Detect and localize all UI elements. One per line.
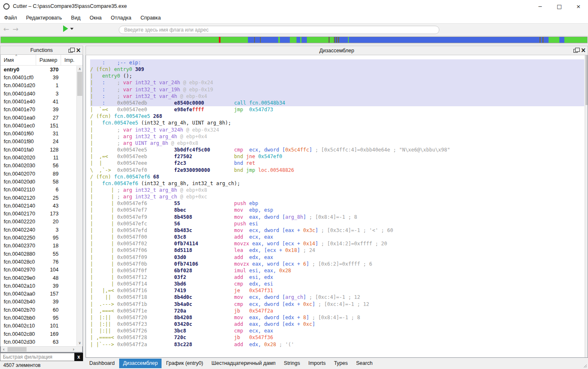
disassembly-line[interactable]: | 0x00547ee5 3b0dfc4f5c00 cmp ecx, dword…: [90, 147, 588, 153]
function-row[interactable]: fcn.0040203056: [0, 162, 83, 170]
function-row[interactable]: fcn.00402a1039: [0, 282, 83, 290]
function-row[interactable]: fcn.0040212025: [0, 194, 83, 202]
disassembly-line[interactable]: | | 0x00547f06 8d5118 lea edx, [ecx + 0x…: [90, 247, 588, 254]
disassembly-line[interactable]: | |:|| 0x00547f20 8b4208 mov eax, dword …: [90, 314, 588, 321]
tab-Types[interactable]: Types: [330, 359, 351, 368]
disassembly-line[interactable]: | | 0x00547ef7 8bec mov ebp, esp: [90, 207, 588, 213]
disassembly-line[interactable]: | ; var int32_t var_324h @ ebp-0x324: [90, 127, 588, 133]
function-row[interactable]: fcn.00401d201: [0, 82, 83, 90]
disassembly-line[interactable]: | | 0x00547f12 03f2 add esi, edx: [90, 274, 588, 281]
disassembly-line[interactable]: | `=< 0x00547ee0 e98efeffff jmp 0x547d73: [90, 106, 588, 113]
menu-item[interactable]: Редактировать: [26, 15, 62, 21]
function-row[interactable]: fcn.0040288055: [0, 250, 83, 258]
disassembly-line[interactable]: | ; arg UINT arg_8h @ ebp+0x8: [90, 140, 588, 147]
disassembly-line[interactable]: | ,====< 0x00547f28 720c jb 0x547f36: [90, 334, 588, 341]
function-row[interactable]: fcn.00402d3063: [0, 338, 83, 346]
menu-item[interactable]: Окна: [90, 15, 102, 21]
back-arrow-icon[interactable]: ←: [3, 25, 9, 33]
disassembly-line[interactable]: | |`---> 0x00547f2a 83c228 add edx, 0x28…: [90, 341, 588, 348]
disassembly-line[interactable]: | | ; arg int32_t arg_8h @ ebp+0x8: [90, 187, 588, 193]
disassembly-line[interactable]: | | 0x00547f00 03c8 add ecx, eax: [90, 234, 588, 240]
disassembly-line[interactable]: | | 0x00547ef9 8b4508 mov eax, dword [ar…: [90, 214, 588, 220]
forward-arrow-icon[interactable]: →: [12, 25, 18, 33]
scroll-down-icon[interactable]: ∨: [77, 340, 83, 346]
function-row[interactable]: fcn.00401fa0128: [0, 146, 83, 154]
function-row[interactable]: fcn.00401cf039: [0, 73, 83, 81]
function-row[interactable]: fcn.0040207089: [0, 170, 83, 178]
tab-График (entry0)[interactable]: График (entry0): [162, 359, 207, 368]
disassembly-line[interactable]: | entry0 ();: [90, 73, 584, 79]
disassembly-line[interactable]: | : ; var int32_t var_24h @ ebp-0x24: [90, 79, 584, 86]
function-row[interactable]: fcn.00401f8024: [0, 138, 83, 146]
function-row[interactable]: fcn.004020d058: [0, 178, 83, 186]
function-row[interactable]: fcn.00402bb095: [0, 314, 83, 322]
scrollbar-thumb[interactable]: [586, 55, 588, 105]
flag-address-search-input[interactable]: [119, 26, 439, 34]
resize-grip[interactable]: [583, 364, 587, 368]
tab-Dashboard[interactable]: Dashboard: [86, 359, 118, 368]
disassembly-line[interactable]: / (fcn) fcn.00547ef6 68: [90, 174, 588, 180]
disassembly-scrollbar[interactable]: [585, 55, 588, 357]
tab-Дизассемблер[interactable]: Дизассемблер: [119, 359, 162, 368]
disassembly-line[interactable]: : ;-- eip:: [90, 59, 584, 66]
function-row[interactable]: fcn.00402aa0157: [0, 290, 83, 298]
function-row[interactable]: fcn.00401e4041: [0, 98, 83, 105]
function-row[interactable]: fcn.004029e048: [0, 274, 83, 282]
column-size[interactable]: Размер: [36, 55, 61, 65]
disassembly-line[interactable]: | || 0x00547f18 8b4d0c mov ecx, dword [a…: [90, 294, 588, 301]
disassembly-line[interactable]: | | 0x00547f02 0fb74114 movzx eax, word …: [90, 240, 588, 247]
disassembly-line[interactable]: | ,=< 0x00547eeb f27502 bnd jne 0x547ef0: [90, 153, 588, 160]
close-icon[interactable]: ×: [76, 47, 81, 53]
tab-Strings[interactable]: Strings: [280, 359, 304, 368]
tab-Imports[interactable]: Imports: [304, 359, 329, 368]
disassembly-line[interactable]: | | ; arg int32_t arg_ch @ ebp+0xc: [90, 193, 588, 200]
disassembly-line[interactable]: | | 0x00547ef6 55 push ebp: [90, 200, 588, 207]
disassembly-line[interactable]: | | 0x00547eee f2c3 bnd ret: [90, 160, 588, 166]
disassembly-listing[interactable]: : ;-- eip:/ (fcn) entry0 309| entry0 ();…: [86, 55, 588, 348]
disassembly-line[interactable]: | .---> 0x00547f1b 3b4a0c cmp ecx, dword…: [90, 301, 588, 308]
function-row[interactable]: fcn.004021106: [0, 186, 83, 194]
disassembly-line[interactable]: | | 0x00547f0b 0fb74106 movzx eax, word …: [90, 261, 588, 267]
function-row[interactable]: fcn.0040202011: [0, 154, 83, 161]
debug-start-button[interactable]: [63, 25, 74, 32]
function-row[interactable]: fcn.0040214043: [0, 202, 83, 210]
tab-Search[interactable]: Search: [353, 359, 377, 368]
function-row[interactable]: fcn.00402b4039: [0, 298, 83, 306]
function-row[interactable]: fcn.00401d403: [0, 90, 83, 98]
close-button[interactable]: ×: [569, 0, 588, 12]
disassembly-line[interactable]: | : 0x00547edb e8540c0000 call fcn.00548…: [90, 100, 584, 106]
function-row[interactable]: fcn.00402170173: [0, 210, 83, 218]
function-row[interactable]: fcn.00402c10101: [0, 322, 83, 330]
function-row[interactable]: fcn.0040222020: [0, 218, 83, 226]
column-name[interactable]: ^ Имя: [0, 55, 36, 65]
menu-item[interactable]: Вид: [71, 15, 81, 21]
minimize-button[interactable]: −: [531, 0, 550, 12]
disassembly-line[interactable]: | | 0x00547efc 56 push esi: [90, 220, 588, 227]
scroll-up-icon[interactable]: ∧: [77, 66, 83, 72]
function-row[interactable]: entry0370: [0, 66, 83, 73]
function-row[interactable]: fcn.0040237018: [0, 242, 83, 250]
disassembly-line[interactable]: | |:|| 0x00547f23 03420c add eax, dword …: [90, 321, 588, 327]
function-row[interactable]: fcn.00402b7060: [0, 306, 83, 314]
memory-map-bar[interactable]: [0, 36, 588, 44]
disassembly-line[interactable]: | | 0x00547efd 8b483c mov ecx, dword [ea…: [90, 227, 588, 234]
function-row[interactable]: fcn.00401ec0151: [0, 122, 83, 130]
function-row[interactable]: fcn.0040225095: [0, 234, 83, 242]
function-row[interactable]: fcn.00402970104: [0, 266, 83, 274]
function-row[interactable]: fcn.00402c80169: [0, 330, 83, 338]
clear-filter-button[interactable]: x: [74, 353, 83, 361]
chevron-down-icon[interactable]: [70, 28, 74, 30]
function-row[interactable]: fcn.00401ea027: [0, 114, 83, 122]
maximize-button[interactable]: □: [550, 0, 569, 12]
disassembly-line[interactable]: \ ,`-> 0x00547ef0 f2e930090000 bnd jmp l…: [90, 167, 588, 174]
disassembly-line[interactable]: | fcn.00547ee5 (int32_t arg_4h, UINT arg…: [90, 120, 588, 126]
float-window-icon[interactable]: [573, 49, 578, 53]
functions-vertical-scrollbar[interactable]: ∧ ∨: [76, 66, 82, 345]
scroll-right-icon[interactable]: ›: [71, 347, 76, 352]
menu-item[interactable]: Файл: [4, 15, 17, 21]
disassembly-line[interactable]: | | 0x00547f09 03d0 add edx, eax: [90, 254, 588, 261]
disassembly-line[interactable]: | : ; var int32_t var_4h @ ebp-0x4: [90, 93, 584, 100]
disassembly-line[interactable]: / (fcn) entry0 309: [90, 66, 584, 73]
disassembly-line[interactable]: | : ; var int32_t var_19h @ ebp-0x19: [90, 86, 584, 93]
function-row[interactable]: fcn.00401f6031: [0, 130, 83, 138]
